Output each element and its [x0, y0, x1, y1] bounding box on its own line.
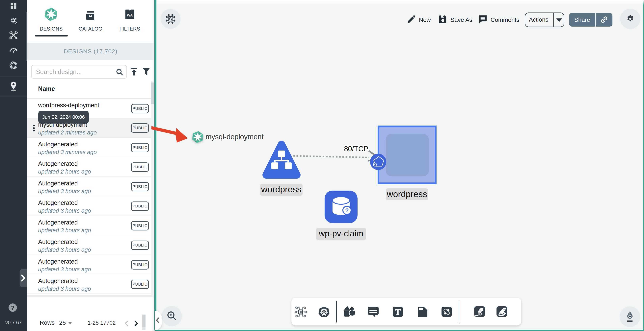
svg-text:?: ?	[345, 207, 348, 213]
svg-text:80/TCP: 80/TCP	[344, 145, 368, 153]
svg-text:WA: WA	[127, 13, 133, 17]
